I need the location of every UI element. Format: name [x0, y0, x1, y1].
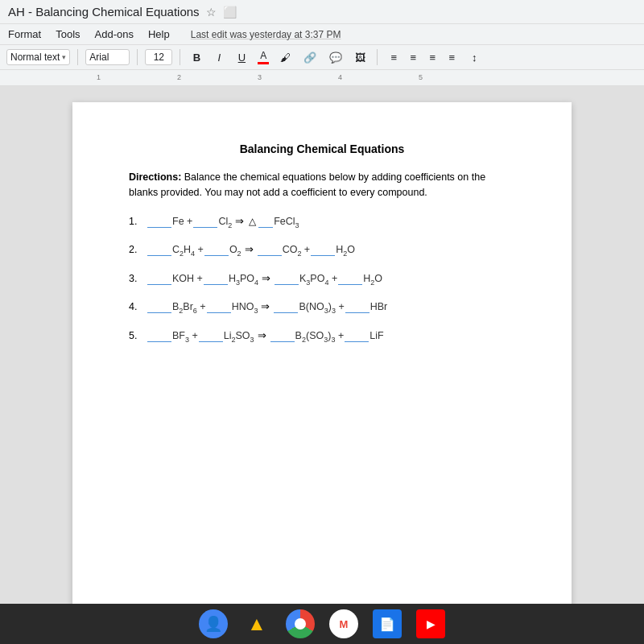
eq2-blank1[interactable] [147, 244, 171, 256]
eq4-b2br6: B2Br6 + [172, 301, 206, 315]
eq2-blank4[interactable] [311, 244, 335, 256]
eq1-blank3[interactable] [258, 216, 273, 228]
title-bar: AH - Balancing Chemical Equations ☆ ⬜ [0, 0, 644, 24]
last-edit-text: Last edit was yesterday at 3:37 PM [189, 27, 343, 43]
equation-3: 3. KOH + H3PO4 ⇒ K3PO4 + H2O [129, 272, 515, 287]
menu-help[interactable]: Help [147, 26, 171, 43]
eq5-bf3: BF3 + [172, 330, 198, 344]
doc-title-text: AH - Balancing Chemical Equations [8, 5, 200, 19]
align-right-icon[interactable]: ≡ [423, 48, 441, 66]
star-icon[interactable]: ☆ [206, 6, 217, 19]
align-justify-icon[interactable]: ≡ [443, 48, 460, 66]
eq3-blank3[interactable] [275, 273, 299, 285]
equation-5: 5. BF3 + Li2SO3 ⇒ B2(SO3)3 + LiF [129, 329, 515, 344]
color-indicator [258, 62, 269, 64]
directions-label: Directions: [129, 171, 181, 183]
eq4-hno3: HNO3 [232, 301, 258, 315]
separator-4 [377, 49, 378, 65]
align-group: ≡ ≡ ≡ ≡ [385, 48, 460, 66]
taskbar-gmail-icon[interactable]: M [329, 609, 358, 638]
eq1-fe: Fe + [172, 216, 192, 227]
eq3-h2o: H2O [363, 273, 382, 287]
eq1-cl2: Cl2 [218, 216, 232, 229]
eq3-blank2[interactable] [204, 273, 228, 285]
eq3-koh: KOH + [172, 273, 203, 284]
eq5-blank3[interactable] [270, 330, 295, 342]
eq3-blank1[interactable] [147, 273, 171, 285]
underline-button[interactable]: U [233, 48, 250, 66]
document-area: Balancing Chemical Equations Directions:… [0, 86, 644, 604]
ruler-mark-2: 2 [177, 73, 181, 81]
eq1-delta: △ [249, 216, 256, 227]
comment-icon[interactable]: 💬 [325, 48, 346, 66]
eq5-blank4[interactable] [345, 330, 369, 342]
eq5-blank2[interactable] [199, 330, 223, 342]
eq3-blank4[interactable] [338, 273, 362, 285]
link-icon[interactable]: 🔗 [299, 48, 320, 66]
color-a-label: A [260, 50, 266, 61]
eq1-num: 1. [129, 216, 147, 227]
taskbar: 👤 ▲ M 📄 ▶ [0, 604, 644, 644]
font-selector[interactable]: Arial [85, 49, 130, 65]
eq4-blank3[interactable] [274, 301, 298, 313]
taskbar-drive-icon[interactable]: ▲ [242, 609, 271, 638]
menu-format[interactable]: Format [6, 26, 43, 43]
ruler-mark-4: 4 [338, 73, 342, 81]
taskbar-youtube-icon[interactable]: ▶ [416, 609, 445, 638]
align-center-icon[interactable]: ≡ [404, 48, 422, 66]
equation-4: 4. B2Br6 + HNO3 ⇒ B(NO3)3 + HBr [129, 300, 515, 315]
font-size-selector[interactable]: 12 [145, 49, 172, 65]
eq2-h2o: H2O [336, 244, 355, 258]
eq1-blank1[interactable] [147, 216, 171, 228]
ruler: 1 2 3 4 5 [0, 70, 644, 86]
paint-icon[interactable]: 🖌 [276, 48, 295, 66]
taskbar-files-icon[interactable]: 📄 [373, 609, 402, 638]
menu-addons[interactable]: Add-ons [93, 26, 135, 43]
bold-button[interactable]: B [188, 48, 205, 66]
style-label: Normal text [10, 52, 60, 63]
font-label: Arial [89, 52, 109, 63]
eq4-hbr: HBr [370, 301, 388, 312]
align-left-icon[interactable]: ≡ [385, 48, 402, 66]
eq4-blank1[interactable] [147, 301, 171, 313]
eq4-blank2[interactable] [207, 301, 231, 313]
document-page: Balancing Chemical Equations Directions:… [72, 102, 572, 604]
eq5-num: 5. [129, 330, 147, 341]
menu-bar: Format Tools Add-ons Help Last edit was … [0, 24, 644, 45]
ruler-mark-1: 1 [97, 73, 101, 81]
separator-3 [180, 49, 180, 65]
eq2-blank3[interactable] [258, 244, 282, 256]
folder-icon[interactable]: ⬜ [223, 6, 237, 19]
eq2-num: 2. [129, 244, 147, 255]
eq4-blank4[interactable] [345, 301, 369, 313]
eq3-num: 3. [129, 273, 147, 284]
separator-2 [137, 49, 138, 65]
equation-2: 2. C2H4 + O2 ⇒ CO2 + H2O [129, 243, 515, 258]
text-color-button[interactable]: A [255, 49, 271, 65]
eq3-arrow: ⇒ [262, 272, 270, 284]
directions-text: Directions: Balance the chemical equatio… [129, 170, 515, 200]
separator-1 [77, 49, 78, 65]
style-selector[interactable]: Normal text ▾ [6, 49, 70, 65]
eq1-fecl3: FeCl3 [274, 216, 299, 229]
eq4-num: 4. [129, 301, 147, 312]
taskbar-chrome-icon[interactable] [286, 609, 315, 638]
image-icon[interactable]: 🖼 [351, 48, 369, 66]
italic-button[interactable]: I [210, 48, 228, 66]
eq3-k3po4: K3PO4 + [299, 273, 337, 287]
eq5-blank1[interactable] [147, 330, 171, 342]
directions-body: Balance the chemical equations below by … [129, 171, 485, 198]
eq2-c2h4: C2H4 + [172, 244, 204, 258]
line-spacing-icon[interactable]: ↕ [465, 48, 483, 66]
equations-section: 1. Fe + Cl2 ⇒ △ FeCl3 2. C2H4 + O2 ⇒ [129, 215, 515, 344]
menu-tools[interactable]: Tools [54, 26, 81, 43]
taskbar-people-icon[interactable]: 👤 [199, 609, 228, 638]
eq1-blank2[interactable] [193, 216, 217, 228]
eq5-lif: LiF [369, 330, 383, 341]
eq2-blank2[interactable] [204, 244, 229, 256]
eq5-b2so33: B2(SO3)3 + [295, 330, 345, 344]
eq1-arrow: ⇒ [235, 215, 244, 227]
eq4-arrow: ⇒ [261, 300, 270, 312]
chevron-down-icon: ▾ [62, 53, 66, 61]
document-title: Balancing Chemical Equations [129, 142, 515, 155]
